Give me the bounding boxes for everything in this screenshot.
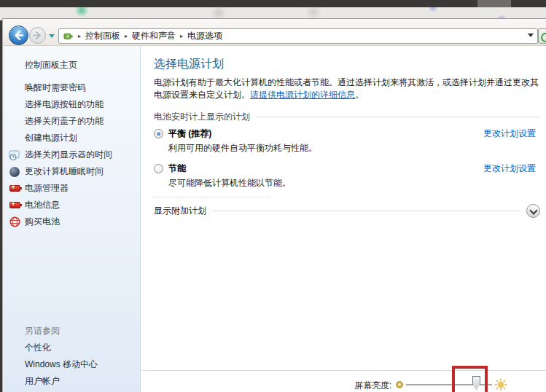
additional-plans-label: 显示附加计划	[154, 205, 206, 217]
sidebar-item-label: 购买电池	[25, 216, 60, 228]
plan-desc-power-saver: 尽可能降低计算机性能以节能。	[168, 177, 291, 189]
brightness-dim-icon	[396, 381, 403, 388]
sidebar-item-label: 更改计算机睡眠时间	[25, 165, 104, 178]
sidebar-item-lid-close[interactable]: 选择关闭盖子的功能	[9, 113, 139, 130]
recent-pages-dropdown-icon[interactable]	[49, 34, 55, 38]
additional-plans-row: 显示附加计划	[154, 204, 540, 218]
plan-name-balanced[interactable]: 平衡 (推荐)	[168, 128, 211, 140]
sidebar-item-mobility-center[interactable]: Windows 移动中心	[25, 356, 98, 373]
breadcrumb-hardware-sound[interactable]: 硬件和声音	[132, 30, 176, 42]
main-pane: 选择电源计划 电源计划有助于最大化计算机的性能或者节能。通过选择计划来将其激活，…	[141, 46, 546, 392]
back-arrow-icon	[9, 26, 28, 44]
breadcrumb-control-panel[interactable]: 控制面板	[85, 30, 120, 42]
intro-paragraph: 电源计划有助于最大化计算机的性能或者节能。通过选择计划来将其激活，或选择计划并通…	[154, 77, 542, 101]
breadcrumb-separator-icon: ▸	[78, 33, 81, 39]
plans-section-label: 电池安时计上显示的计划	[154, 111, 250, 123]
sidebar-item-battery-info[interactable]: 电池信息	[9, 197, 139, 213]
breadcrumb-power-options[interactable]: 电源选项	[187, 30, 222, 42]
see-also-header: 另请参阅	[25, 323, 98, 340]
change-plan-settings-link-balanced[interactable]: 更改计划设置	[483, 128, 536, 140]
sidebar-item-personalization[interactable]: 个性化	[25, 340, 98, 356]
refresh-button[interactable]	[538, 28, 546, 44]
back-button[interactable]	[9, 26, 28, 45]
sidebar-task-list: 唤醒时需要密码 选择电源按钮的功能 选择关闭盖子的功能 创建电源计划	[9, 79, 139, 230]
radio-balanced[interactable]	[154, 129, 163, 138]
plan-list-divider	[152, 197, 270, 197]
section-divider-line	[256, 117, 539, 117]
plan-name-power-saver[interactable]: 节能	[168, 162, 186, 175]
forward-arrow-icon	[30, 28, 45, 43]
background-tab-fragment	[477, 0, 511, 7]
sidebar-item-control-panel-home[interactable]: 控制面板主页	[25, 59, 77, 71]
plan-row-balanced: 平衡 (推荐) 更改计划设置	[154, 128, 536, 139]
sidebar-item-label: 选择关闭显示器的时间	[25, 149, 112, 161]
sidebar-item-create-plan[interactable]: 创建电源计划	[9, 130, 139, 146]
power-options-icon	[63, 31, 74, 42]
breadcrumb-separator-icon: ▸	[125, 33, 128, 39]
window-content: 控制面板主页 唤醒时需要密码 选择电源按钮的功能 选择关闭盖子的功能 创建电源计…	[3, 46, 546, 392]
display-timeout-icon	[9, 149, 20, 161]
plan-row-power-saver: 节能 更改计划设置	[154, 162, 536, 174]
annotation-rectangle	[452, 366, 488, 392]
sidebar-see-also: 另请参阅 个性化 Windows 移动中心 用户帐户	[25, 323, 98, 390]
sidebar: 控制面板主页 唤醒时需要密码 选择电源按钮的功能 选择关闭盖子的功能 创建电源计…	[3, 46, 141, 392]
address-dropdown-icon[interactable]	[528, 34, 534, 37]
sidebar-item-buy-battery[interactable]: 购买电池	[9, 213, 139, 230]
expand-additional-plans-button[interactable]	[526, 204, 540, 218]
screenshot-root: ▸ 控制面板 ▸ 硬件和声音 ▸ 电源选项 控制面板主页 唤醒时需要密码 选择电…	[0, 0, 546, 392]
sidebar-item-label: 电池信息	[25, 199, 60, 211]
page-title: 选择电源计划	[154, 57, 224, 72]
battery-info-icon	[9, 200, 20, 211]
sidebar-item-wake-password[interactable]: 唤醒时需要密码	[9, 79, 139, 96]
plan-details-link[interactable]: 请提供电源计划的详细信息	[250, 90, 355, 100]
breadcrumb-separator-icon: ▸	[180, 33, 183, 39]
plans-section-header: 电池安时计上显示的计划	[154, 111, 539, 122]
sidebar-item-sleep-time[interactable]: 更改计算机睡眠时间	[9, 163, 139, 180]
sleep-icon	[9, 166, 20, 178]
change-plan-settings-link-power-saver[interactable]: 更改计划设置	[483, 162, 536, 175]
sidebar-item-user-accounts[interactable]: 用户帐户	[25, 373, 98, 390]
sidebar-item-display-timeout[interactable]: 选择关闭显示器的时间	[9, 146, 139, 163]
forward-button[interactable]	[29, 27, 46, 44]
sidebar-item-power-buttons[interactable]: 选择电源按钮的功能	[9, 96, 139, 113]
plan-desc-balanced: 利用可用的硬件自动平衡功耗与性能。	[168, 142, 317, 154]
intro-period: 。	[355, 90, 364, 100]
additional-divider-line	[212, 211, 520, 211]
buy-battery-icon	[9, 216, 20, 228]
brightness-label: 屏幕亮度:	[354, 380, 391, 392]
address-bar[interactable]: ▸ 控制面板 ▸ 硬件和声音 ▸ 电源选项	[58, 28, 538, 44]
power-options-window: ▸ 控制面板 ▸ 硬件和声音 ▸ 电源选项 控制面板主页 唤醒时需要密码 选择电…	[2, 18, 546, 392]
sidebar-item-label: 电源管理器	[25, 182, 69, 195]
power-manager-icon	[9, 183, 20, 195]
sidebar-item-power-manager[interactable]: 电源管理器	[9, 180, 139, 197]
background-window-titlebar	[0, 0, 546, 7]
radio-power-saver[interactable]	[154, 164, 163, 173]
navigation-toolbar: ▸ 控制面板 ▸ 硬件和声音 ▸ 电源选项	[3, 19, 546, 46]
brightness-sun-icon	[494, 378, 507, 391]
